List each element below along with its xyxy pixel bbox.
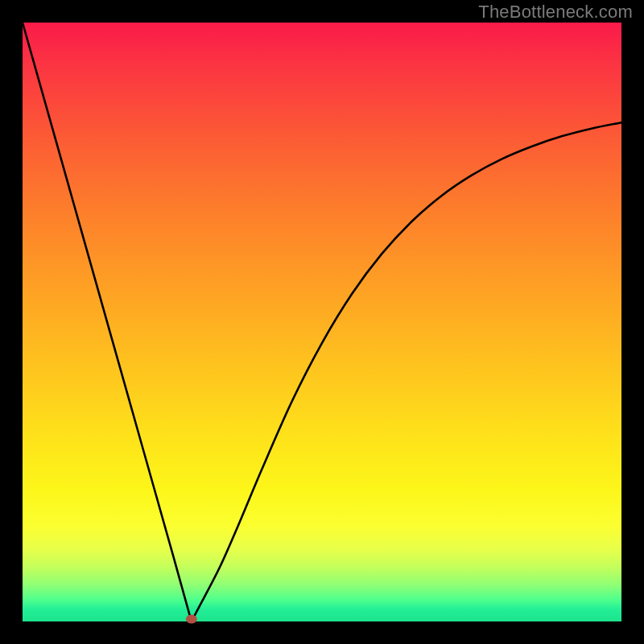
curve-svg (23, 23, 621, 621)
plot-area (23, 23, 621, 621)
chart-frame: TheBottleneck.com (0, 0, 644, 644)
minimum-marker (186, 615, 197, 624)
bottleneck-curve (23, 23, 621, 621)
watermark-text: TheBottleneck.com (478, 2, 633, 23)
